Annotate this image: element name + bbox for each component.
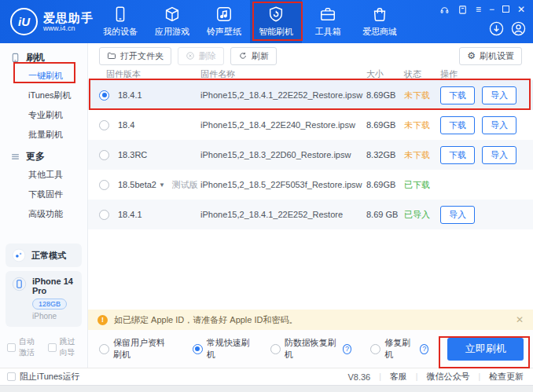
firmware-name: iPhone15,2_18.4_22E240_Restore.ipsw xyxy=(200,120,366,130)
dropdown-icon[interactable]: ▼ xyxy=(159,181,165,189)
statusbar: 阻止iTunes运行 V8.36 |客服|微信公众号|检查更新 xyxy=(0,368,533,385)
sidebar-item-one-click-flash[interactable]: 一键刷机 xyxy=(0,66,87,86)
checkbox-label: 跳过向导 xyxy=(60,336,82,358)
block-itunes-checkbox[interactable]: 阻止iTunes运行 xyxy=(7,371,80,383)
nav-item-ringtones-wallpapers[interactable]: 铃声壁纸 xyxy=(198,0,250,43)
maximize-button[interactable] xyxy=(502,5,509,14)
status-badge: 已导入 xyxy=(404,210,430,219)
nav-item-my-devices[interactable]: 我的设备 xyxy=(94,0,146,43)
nav-item-smart-flash[interactable]: 智能刷机 xyxy=(250,0,302,43)
header-firmware-version: 固件版本 xyxy=(99,68,200,80)
menu-icon[interactable]: ≡ xyxy=(476,5,481,14)
open-folder-button[interactable]: 打开文件夹 xyxy=(99,47,171,65)
option-radio[interactable] xyxy=(99,344,109,354)
option-radio[interactable] xyxy=(370,344,380,354)
statusbar-link-wechat-official[interactable]: 微信公众号 xyxy=(426,371,469,383)
device-icon xyxy=(10,53,20,63)
flash-settings-button[interactable]: ⚙ 刷机设置 xyxy=(459,47,522,65)
user-account-icon[interactable] xyxy=(510,20,527,37)
action-button-download[interactable]: 下载 xyxy=(440,146,475,164)
option-label: 修复刷机 xyxy=(384,337,414,361)
topbar-nav: 我的设备应用游戏铃声壁纸智能刷机工具箱爱思商城 xyxy=(94,0,406,43)
notice-text: 如已绑定 Apple ID，请准备好 Apple ID和密码。 xyxy=(114,314,298,326)
flash-option-normal-quick[interactable]: 常规快速刷机 xyxy=(193,337,252,361)
nav-item-label: 铃声壁纸 xyxy=(207,26,241,38)
topbar: iU 爱思助手 www.i4.cn 我的设备应用游戏铃声壁纸智能刷机工具箱爱思商… xyxy=(0,0,533,43)
status-badge: 未下载 xyxy=(404,120,430,130)
download-manager-icon[interactable] xyxy=(488,20,505,37)
nav-item-i4-store[interactable]: 爱思商城 xyxy=(354,0,406,43)
flash-now-button[interactable]: 立即刷机 xyxy=(447,338,524,361)
refresh-button[interactable]: 刷新 xyxy=(230,47,277,65)
nav-item-label: 智能刷机 xyxy=(259,26,293,38)
music-icon xyxy=(215,5,233,23)
device-capacity-badge: 128GB xyxy=(32,299,67,310)
table-row[interactable]: 18.4.1iPhone15,2_18.4.1_22E252_Restore.i… xyxy=(88,80,533,110)
checkbox-skip-setup[interactable]: 跳过向导 xyxy=(48,336,82,358)
row-radio[interactable] xyxy=(99,150,109,160)
device-card[interactable]: iPhone 14 Pro 128GB iPhone xyxy=(6,271,82,327)
normal-mode-card[interactable]: 正常模式 xyxy=(6,244,82,267)
action-button-import[interactable]: 导入 xyxy=(482,86,516,104)
firmware-version: 18.4.1 xyxy=(118,210,142,219)
header-firmware-name: 固件名称 xyxy=(200,68,366,80)
status-badge: 已下载 xyxy=(404,180,430,189)
action-button-import[interactable]: 导入 xyxy=(482,116,516,134)
option-label: 常规快速刷机 xyxy=(207,337,252,361)
action-button-import[interactable]: 导入 xyxy=(482,146,516,164)
body: 刷机一键刷机iTunes刷机专业刷机批量刷机更多其他工具下载固件高级功能 正常模… xyxy=(0,43,533,368)
nav-item-toolbox[interactable]: 工具箱 xyxy=(302,0,354,43)
delete-icon xyxy=(186,51,195,60)
action-button-import[interactable]: 导入 xyxy=(440,206,475,224)
flash-options-bar: 保留用户资料刷机常规快速刷机防数据恢复刷机?修复刷机? 立即刷机 xyxy=(88,330,533,368)
toolbar: 打开文件夹 删除 刷新 ⚙ 刷机设置 xyxy=(88,43,533,65)
row-radio[interactable] xyxy=(99,90,109,101)
row-radio[interactable] xyxy=(99,120,109,130)
option-radio[interactable] xyxy=(270,344,281,354)
help-icon[interactable]: ? xyxy=(420,344,428,354)
sidebar-item-other-tools[interactable]: 其他工具 xyxy=(0,165,87,185)
more-icon xyxy=(10,152,20,162)
action-button-download[interactable]: 下载 xyxy=(440,86,475,104)
sidebar-item-pro-flash[interactable]: 专业刷机 xyxy=(0,105,87,125)
sidebar-item-advanced-features[interactable]: 高级功能 xyxy=(0,204,87,224)
device-phone-icon xyxy=(12,277,27,321)
flash-option-keep-user-data[interactable]: 保留用户资料刷机 xyxy=(99,337,174,361)
flash-option-repair-flash[interactable]: 修复刷机? xyxy=(370,337,428,361)
statusbar-link-support[interactable]: 客服 xyxy=(390,371,407,383)
table-row[interactable]: 18.5beta2▼测试版iPhone15,2_18.5_22F5053f_Re… xyxy=(88,170,533,200)
nav-item-apps-games[interactable]: 应用游戏 xyxy=(146,0,198,43)
notice-close-icon[interactable]: ✕ xyxy=(516,314,524,325)
notes-icon[interactable] xyxy=(458,5,468,15)
firmware-table: 18.4.1iPhone15,2_18.4.1_22E252_Restore.i… xyxy=(88,80,533,229)
cube-icon xyxy=(164,5,181,23)
action-button-download[interactable]: 下载 xyxy=(440,116,475,134)
table-header: 固件版本 固件名称 大小 状态 操作 xyxy=(88,68,533,80)
sidebar-section-more: 更多 xyxy=(0,148,87,165)
separator: | xyxy=(379,372,381,381)
row-radio[interactable] xyxy=(99,180,109,190)
statusbar-link-check-update[interactable]: 检查更新 xyxy=(489,371,524,383)
sidebar-item-download-firmware[interactable]: 下载固件 xyxy=(0,185,87,204)
table-row[interactable]: 18.4iPhone15,2_18.4_22E240_Restore.ipsw8… xyxy=(88,110,533,140)
firmware-size: 8.69GB xyxy=(366,120,404,130)
checkbox-auto-activate[interactable]: 自动激活 xyxy=(7,336,41,358)
table-row[interactable]: 18.4.1iPhone15,2_18.4.1_22E252_Restore8.… xyxy=(88,200,533,229)
header-action: 操作 xyxy=(440,68,522,80)
status-badge: 未下载 xyxy=(404,150,430,159)
option-radio[interactable] xyxy=(193,344,203,354)
flash-option-anti-data-recovery[interactable]: 防数据恢复刷机? xyxy=(270,337,352,361)
sidebar-item-itunes-flash[interactable]: iTunes刷机 xyxy=(0,86,87,105)
sidebar-item-batch-flash[interactable]: 批量刷机 xyxy=(0,125,87,145)
firmware-name: iPhone15,2_18.4.1_22E252_Restore.ipsw xyxy=(200,90,366,100)
delete-button[interactable]: 删除 xyxy=(178,47,224,65)
help-icon[interactable]: ? xyxy=(343,344,351,354)
table-row[interactable]: 18.3RCiPhone15,2_18.3_22D60_Restore.ipsw… xyxy=(88,140,533,170)
close-button[interactable]: ✕ xyxy=(517,5,525,14)
minimize-button[interactable]: − xyxy=(489,5,494,14)
row-radio[interactable] xyxy=(99,210,109,220)
sidebar-section-flash: 刷机 xyxy=(0,49,87,66)
firmware-version: 18.4.1 xyxy=(118,90,142,100)
app-url: www.i4.cn xyxy=(43,24,94,32)
headset-icon[interactable] xyxy=(439,5,450,15)
